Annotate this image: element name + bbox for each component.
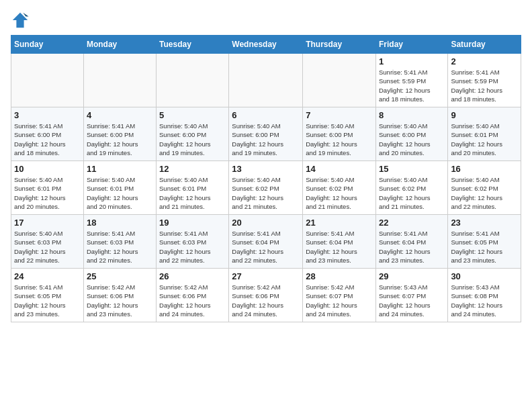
- day-number: 11: [87, 164, 153, 174]
- calendar-cell: 23Sunrise: 5:41 AM Sunset: 6:05 PM Dayli…: [448, 215, 521, 269]
- cell-info: Sunrise: 5:42 AM Sunset: 6:06 PM Dayligh…: [159, 283, 226, 318]
- calendar-cell: 11Sunrise: 5:40 AM Sunset: 6:01 PM Dayli…: [83, 161, 156, 215]
- calendar-cell: 18Sunrise: 5:41 AM Sunset: 6:03 PM Dayli…: [83, 215, 156, 269]
- cell-info: Sunrise: 5:42 AM Sunset: 6:06 PM Dayligh…: [87, 283, 153, 318]
- calendar-cell: [11, 54, 84, 107]
- cell-info: Sunrise: 5:40 AM Sunset: 6:01 PM Dayligh…: [159, 175, 226, 211]
- day-number: 5: [159, 110, 226, 120]
- cell-info: Sunrise: 5:41 AM Sunset: 6:03 PM Dayligh…: [159, 229, 226, 265]
- calendar-cell: 25Sunrise: 5:42 AM Sunset: 6:06 PM Dayli…: [83, 269, 156, 322]
- day-number: 8: [379, 110, 445, 120]
- cell-info: Sunrise: 5:40 AM Sunset: 6:03 PM Dayligh…: [14, 229, 81, 265]
- calendar-cell: 1Sunrise: 5:41 AM Sunset: 5:59 PM Daylig…: [375, 54, 447, 107]
- cell-info: Sunrise: 5:41 AM Sunset: 6:03 PM Dayligh…: [87, 229, 153, 265]
- cell-info: Sunrise: 5:40 AM Sunset: 6:01 PM Dayligh…: [87, 175, 153, 211]
- cell-info: Sunrise: 5:40 AM Sunset: 6:01 PM Dayligh…: [14, 175, 81, 211]
- calendar-header-row: SundayMondayTuesdayWednesdayThursdayFrid…: [11, 36, 521, 54]
- calendar-week-3: 17Sunrise: 5:40 AM Sunset: 6:03 PM Dayli…: [11, 215, 521, 269]
- calendar-cell: 19Sunrise: 5:41 AM Sunset: 6:03 PM Dayli…: [157, 215, 229, 269]
- calendar-week-4: 24Sunrise: 5:41 AM Sunset: 6:05 PM Dayli…: [11, 269, 521, 322]
- cell-info: Sunrise: 5:40 AM Sunset: 6:00 PM Dayligh…: [306, 122, 373, 157]
- calendar-cell: 5Sunrise: 5:40 AM Sunset: 6:00 PM Daylig…: [157, 107, 229, 161]
- calendar-week-2: 10Sunrise: 5:40 AM Sunset: 6:01 PM Dayli…: [11, 161, 521, 215]
- cell-info: Sunrise: 5:41 AM Sunset: 6:05 PM Dayligh…: [451, 229, 518, 265]
- calendar-week-0: 1Sunrise: 5:41 AM Sunset: 5:59 PM Daylig…: [11, 54, 521, 107]
- svg-marker-1: [23, 13, 28, 17]
- cell-info: Sunrise: 5:40 AM Sunset: 6:01 PM Dayligh…: [451, 122, 518, 157]
- cell-info: Sunrise: 5:40 AM Sunset: 6:02 PM Dayligh…: [232, 175, 300, 211]
- calendar-cell: [83, 54, 156, 107]
- calendar-header-monday: Monday: [83, 36, 156, 54]
- calendar-cell: 16Sunrise: 5:40 AM Sunset: 6:02 PM Dayli…: [448, 161, 521, 215]
- calendar-header-wednesday: Wednesday: [229, 36, 303, 54]
- calendar-header-friday: Friday: [375, 36, 447, 54]
- cell-info: Sunrise: 5:40 AM Sunset: 6:02 PM Dayligh…: [451, 175, 518, 211]
- calendar-cell: 6Sunrise: 5:40 AM Sunset: 6:00 PM Daylig…: [229, 107, 303, 161]
- day-number: 24: [14, 271, 81, 281]
- cell-info: Sunrise: 5:40 AM Sunset: 6:00 PM Dayligh…: [379, 122, 445, 157]
- day-number: 21: [306, 218, 373, 228]
- calendar-cell: 14Sunrise: 5:40 AM Sunset: 6:02 PM Dayli…: [303, 161, 376, 215]
- cell-info: Sunrise: 5:43 AM Sunset: 6:07 PM Dayligh…: [379, 283, 445, 318]
- calendar-body: 1Sunrise: 5:41 AM Sunset: 5:59 PM Daylig…: [11, 54, 521, 322]
- day-number: 23: [451, 218, 518, 228]
- day-number: 28: [306, 271, 373, 281]
- day-number: 14: [306, 164, 373, 174]
- day-number: 29: [379, 271, 445, 281]
- day-number: 4: [87, 110, 153, 120]
- cell-info: Sunrise: 5:43 AM Sunset: 6:08 PM Dayligh…: [451, 283, 518, 318]
- cell-info: Sunrise: 5:40 AM Sunset: 6:00 PM Dayligh…: [232, 122, 300, 157]
- cell-info: Sunrise: 5:41 AM Sunset: 6:00 PM Dayligh…: [14, 122, 81, 157]
- day-number: 19: [159, 218, 226, 228]
- day-number: 1: [379, 56, 445, 66]
- calendar-header-tuesday: Tuesday: [157, 36, 229, 54]
- day-number: 2: [451, 56, 518, 66]
- day-number: 13: [232, 164, 300, 174]
- cell-info: Sunrise: 5:42 AM Sunset: 6:07 PM Dayligh…: [306, 283, 373, 318]
- day-number: 15: [379, 164, 445, 174]
- calendar-cell: 3Sunrise: 5:41 AM Sunset: 6:00 PM Daylig…: [11, 107, 84, 161]
- day-number: 12: [159, 164, 226, 174]
- cell-info: Sunrise: 5:40 AM Sunset: 6:02 PM Dayligh…: [379, 175, 445, 211]
- cell-info: Sunrise: 5:41 AM Sunset: 6:04 PM Dayligh…: [232, 229, 300, 265]
- cell-info: Sunrise: 5:40 AM Sunset: 6:02 PM Dayligh…: [306, 175, 373, 211]
- calendar-cell: 2Sunrise: 5:41 AM Sunset: 5:59 PM Daylig…: [448, 54, 521, 107]
- cell-info: Sunrise: 5:41 AM Sunset: 6:05 PM Dayligh…: [14, 283, 81, 318]
- calendar-cell: [303, 54, 376, 107]
- calendar-cell: [229, 54, 303, 107]
- calendar-cell: 21Sunrise: 5:41 AM Sunset: 6:04 PM Dayli…: [303, 215, 376, 269]
- calendar-cell: 10Sunrise: 5:40 AM Sunset: 6:01 PM Dayli…: [11, 161, 84, 215]
- calendar-cell: 24Sunrise: 5:41 AM Sunset: 6:05 PM Dayli…: [11, 269, 84, 322]
- calendar-cell: 20Sunrise: 5:41 AM Sunset: 6:04 PM Dayli…: [229, 215, 303, 269]
- day-number: 10: [14, 164, 81, 174]
- calendar-cell: 13Sunrise: 5:40 AM Sunset: 6:02 PM Dayli…: [229, 161, 303, 215]
- day-number: 7: [306, 110, 373, 120]
- day-number: 18: [87, 218, 153, 228]
- day-number: 17: [14, 218, 81, 228]
- header: [11, 11, 521, 30]
- calendar-cell: 22Sunrise: 5:41 AM Sunset: 6:04 PM Dayli…: [375, 215, 447, 269]
- calendar-header-saturday: Saturday: [448, 36, 521, 54]
- calendar-cell: 9Sunrise: 5:40 AM Sunset: 6:01 PM Daylig…: [448, 107, 521, 161]
- calendar-cell: 27Sunrise: 5:42 AM Sunset: 6:06 PM Dayli…: [229, 269, 303, 322]
- day-number: 6: [232, 110, 300, 120]
- calendar-cell: 17Sunrise: 5:40 AM Sunset: 6:03 PM Dayli…: [11, 215, 84, 269]
- calendar-cell: 26Sunrise: 5:42 AM Sunset: 6:06 PM Dayli…: [157, 269, 229, 322]
- cell-info: Sunrise: 5:41 AM Sunset: 6:04 PM Dayligh…: [379, 229, 445, 265]
- calendar-cell: 29Sunrise: 5:43 AM Sunset: 6:07 PM Dayli…: [375, 269, 447, 322]
- day-number: 9: [451, 110, 518, 120]
- day-number: 16: [451, 164, 518, 174]
- calendar-cell: 28Sunrise: 5:42 AM Sunset: 6:07 PM Dayli…: [303, 269, 376, 322]
- day-number: 22: [379, 218, 445, 228]
- cell-info: Sunrise: 5:42 AM Sunset: 6:06 PM Dayligh…: [232, 283, 300, 318]
- logo-icon: [11, 11, 30, 30]
- calendar-week-1: 3Sunrise: 5:41 AM Sunset: 6:00 PM Daylig…: [11, 107, 521, 161]
- calendar-cell: 4Sunrise: 5:41 AM Sunset: 6:00 PM Daylig…: [83, 107, 156, 161]
- cell-info: Sunrise: 5:41 AM Sunset: 5:59 PM Dayligh…: [451, 68, 518, 103]
- calendar-cell: 7Sunrise: 5:40 AM Sunset: 6:00 PM Daylig…: [303, 107, 376, 161]
- logo: [11, 11, 32, 30]
- calendar-header-thursday: Thursday: [303, 36, 376, 54]
- calendar-cell: 8Sunrise: 5:40 AM Sunset: 6:00 PM Daylig…: [375, 107, 447, 161]
- day-number: 3: [14, 110, 81, 120]
- calendar-cell: [157, 54, 229, 107]
